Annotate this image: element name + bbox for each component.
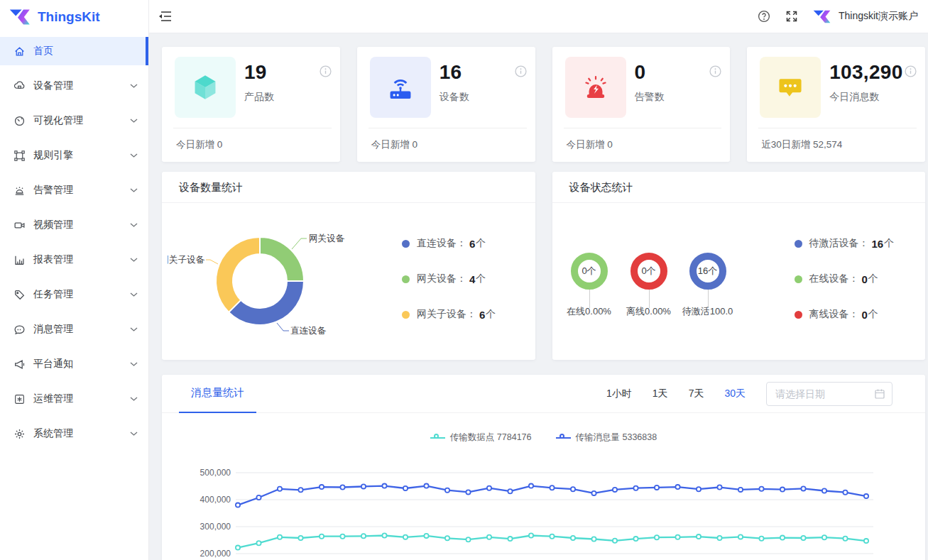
data-point <box>633 537 638 541</box>
data-point <box>571 487 575 491</box>
range-option[interactable]: 30天 <box>724 388 746 400</box>
legend-unit: 个 <box>486 308 496 321</box>
data-point <box>340 485 344 489</box>
router-icon <box>370 57 431 118</box>
data-point <box>298 488 302 492</box>
data-point <box>340 534 344 539</box>
sidebar-item-label: 首页 <box>33 45 138 57</box>
data-point <box>466 537 470 542</box>
sidebar-item-label: 可视化管理 <box>33 114 130 127</box>
data-point <box>382 484 386 488</box>
legend-line-marker <box>430 437 445 439</box>
range-option[interactable]: 1小时 <box>606 388 632 400</box>
tab-message-stats[interactable]: 消息量统计 <box>179 375 256 413</box>
legend-unit: 个 <box>476 237 486 250</box>
rule-icon <box>13 150 26 162</box>
data-point <box>236 546 240 550</box>
chart-legend-item[interactable]: 传输消息量 5336838 <box>556 432 657 444</box>
logo[interactable]: ThingsKit <box>0 0 148 33</box>
sidebar-item-message[interactable]: 消息管理 <box>0 315 148 344</box>
data-point <box>278 487 282 491</box>
data-point <box>298 536 302 540</box>
sidebar-item-device[interactable]: 设备管理 <box>0 72 148 100</box>
data-point <box>675 535 679 539</box>
data-point <box>655 485 659 490</box>
chevron-down-icon <box>130 84 138 89</box>
data-point <box>236 503 240 507</box>
y-tick-label: 300,000 <box>200 522 231 532</box>
sidebar-item-ops[interactable]: 运维管理 <box>0 385 148 413</box>
stat-card-footer: 今日新增 0 <box>567 138 613 151</box>
gauge-icon <box>13 115 26 127</box>
data-point <box>445 536 449 540</box>
sidebar-item-gauge[interactable]: 可视化管理 <box>0 106 148 135</box>
user-name[interactable]: Thingskit演示账户 <box>839 10 918 23</box>
info-icon[interactable] <box>905 65 917 77</box>
data-point <box>529 533 533 537</box>
thingskit-logo-icon <box>9 8 32 26</box>
stat-card-label: 告警数 <box>635 91 665 104</box>
legend-value: 0 <box>862 309 868 321</box>
video-icon <box>13 219 26 231</box>
data-point <box>717 536 721 540</box>
fullscreen-icon[interactable] <box>785 10 798 23</box>
legend-unit: 个 <box>868 273 878 285</box>
data-point <box>780 536 785 540</box>
chevron-down-icon <box>130 362 138 367</box>
sidebar-item-label: 规则引擎 <box>33 149 130 162</box>
sidebar-item-label: 设备管理 <box>33 79 130 92</box>
data-point <box>508 537 512 541</box>
data-point <box>508 489 512 493</box>
chevron-down-icon <box>130 258 138 263</box>
stat-card-value: 19 <box>244 61 267 84</box>
divider <box>564 128 722 128</box>
legend-unit: 个 <box>884 237 894 250</box>
sidebar-item-label: 报表管理 <box>33 253 130 266</box>
sidebar-item-report[interactable]: 报表管理 <box>0 246 148 274</box>
legend-value: 6 <box>479 309 485 321</box>
chevron-down-icon <box>130 119 138 123</box>
chevron-down-icon <box>130 188 138 193</box>
sidebar-item-task[interactable]: 任务管理 <box>0 280 148 309</box>
legend-label: 待激活设备： <box>809 237 869 250</box>
report-icon <box>13 254 26 266</box>
data-point <box>529 484 533 488</box>
chevron-down-icon <box>130 432 138 437</box>
sidebar-item-video[interactable]: 视频管理 <box>0 211 148 239</box>
info-icon[interactable] <box>709 65 721 77</box>
user-avatar[interactable] <box>813 9 832 25</box>
sidebar-item-alarm[interactable]: 告警管理 <box>0 176 148 204</box>
data-point <box>445 488 449 493</box>
data-point <box>717 485 721 489</box>
chart-legend-label: 传输数据点 7784176 <box>450 432 532 444</box>
sidebar-item-home[interactable]: 首页 <box>0 37 148 65</box>
data-point <box>320 485 324 489</box>
donut-label-line <box>206 260 218 264</box>
sidebar: ThingsKit 首页设备管理可视化管理规则引擎告警管理视频管理报表管理任务管… <box>0 0 149 560</box>
legend-item: 离线设备：0个 <box>795 308 895 321</box>
data-point <box>822 488 826 493</box>
range-option[interactable]: 7天 <box>689 388 704 400</box>
calendar-icon <box>874 388 885 400</box>
info-icon[interactable] <box>320 65 332 77</box>
range-option[interactable]: 1天 <box>653 388 668 400</box>
chevron-down-icon <box>130 397 138 402</box>
ring-label: 在线0.00% <box>567 305 611 318</box>
chevron-down-icon <box>130 327 138 332</box>
chart-legend-item[interactable]: 传输数据点 7784176 <box>430 432 532 444</box>
data-point <box>675 485 679 489</box>
sidebar-item-system[interactable]: 系统管理 <box>0 419 148 448</box>
data-point <box>864 539 868 543</box>
menu-fold-icon[interactable] <box>158 11 172 22</box>
data-point <box>278 535 282 539</box>
data-point <box>320 534 324 539</box>
notice-icon <box>13 358 26 370</box>
sidebar-item-notice[interactable]: 平台通知 <box>0 350 148 378</box>
device-status-legend: 待激活设备：16个在线设备：0个离线设备：0个 <box>795 237 895 344</box>
data-point <box>864 494 868 498</box>
chevron-down-icon <box>130 223 138 228</box>
info-icon[interactable] <box>515 65 527 77</box>
data-point <box>550 534 554 539</box>
sidebar-item-rule[interactable]: 规则引擎 <box>0 141 148 170</box>
help-icon[interactable] <box>758 10 770 23</box>
